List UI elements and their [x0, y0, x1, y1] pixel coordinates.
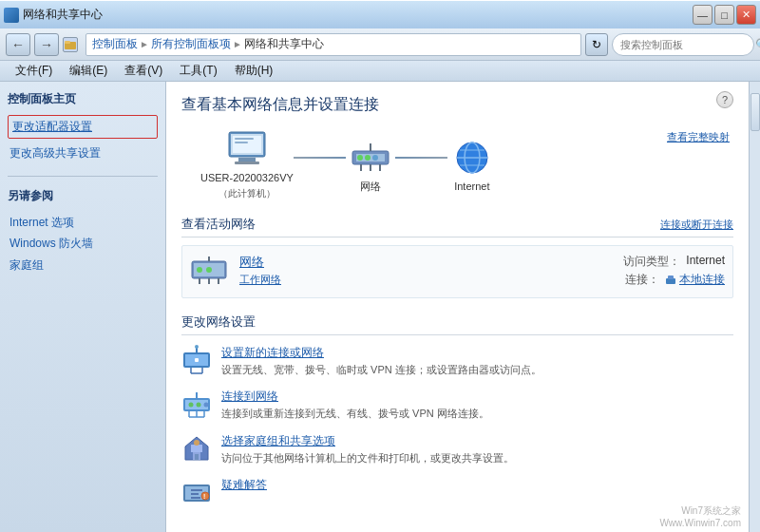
breadcrumb-cp[interactable]: 控制面板 — [92, 36, 138, 52]
window-controls: — □ ✕ — [693, 5, 756, 25]
svg-rect-1 — [65, 41, 70, 44]
search-icon: 🔍 — [755, 38, 760, 51]
change-item-connect: 连接到网络 连接到或重新连接到无线、有线、拨号或 VPN 网络连接。 — [181, 389, 733, 421]
svg-point-26 — [206, 267, 212, 273]
watermark-line1: Win7系统之家 — [659, 504, 741, 518]
minimize-button[interactable]: — — [693, 5, 712, 25]
svg-point-41 — [197, 403, 201, 408]
svg-rect-49 — [191, 445, 202, 452]
active-net-props: 访问类型： Internet 连接： 本地连接 — [623, 254, 725, 290]
sidebar-internet-options[interactable]: Internet 选项 — [8, 212, 158, 234]
sidebar-other-title: 另请参阅 — [8, 188, 158, 204]
svg-rect-5 — [235, 162, 259, 164]
homegroup-icon — [181, 433, 212, 464]
svg-rect-32 — [668, 276, 674, 279]
page-title: 查看基本网络信息并设置连接 — [181, 95, 733, 115]
svg-rect-37 — [195, 358, 199, 362]
change-network-title: 更改网络设置 — [181, 314, 733, 335]
help-button[interactable]: ? — [716, 91, 733, 108]
svg-rect-8 — [235, 142, 248, 143]
connection-icon — [665, 275, 676, 286]
active-net-info: 网络 工作网络 — [239, 254, 612, 287]
setup-text: 设置新的连接或网络 设置无线、宽带、拨号、临时或 VPN 连接；或设置路由器或访… — [221, 345, 733, 377]
internet-icon — [447, 139, 497, 177]
sidebar-title: 控制面板主页 — [8, 91, 158, 107]
network-name-link[interactable]: 网络 — [239, 254, 612, 271]
troubleshoot-text: 疑难解答 — [221, 477, 733, 495]
menu-tools[interactable]: 工具(T) — [172, 61, 224, 81]
address-bar: ← → 控制面板 ► 所有控制面板项 ► 网络和共享中心 ↻ 🔍 — [0, 28, 760, 61]
search-input[interactable] — [620, 39, 751, 50]
active-network-title: 查看活动网络 — [181, 216, 256, 233]
homegroup-desc: 访问位于其他网络计算机上的文件和打印机，或更改共享设置。 — [221, 452, 514, 464]
svg-point-50 — [194, 440, 200, 446]
close-button[interactable]: ✕ — [736, 5, 756, 25]
menu-help[interactable]: 帮助(H) — [227, 61, 281, 81]
sidebar-divider — [8, 176, 158, 177]
sidebar-adapter-link[interactable]: 更改适配器设置 — [8, 115, 158, 139]
sidebar-firewall[interactable]: Windows 防火墙 — [8, 233, 158, 255]
back-button[interactable]: ← — [6, 33, 30, 56]
connect-desc: 连接到或重新连接到无线、有线、拨号或 VPN 网络连接。 — [221, 408, 489, 419]
svg-rect-4 — [238, 158, 256, 162]
net-node-internet: Internet — [447, 139, 497, 192]
sidebar-other-section: 另请参阅 Internet 选项 Windows 防火墙 家庭组 — [8, 188, 158, 276]
breadcrumb-all[interactable]: 所有控制面板项 — [151, 36, 231, 52]
access-type-value: Internet — [686, 254, 725, 270]
forward-button[interactable]: → — [34, 33, 59, 56]
sidebar: 控制面板主页 更改适配器设置 更改高级共享设置 另请参阅 Internet 选项… — [0, 82, 166, 532]
access-type-row: 访问类型： Internet — [623, 254, 725, 270]
connect-text: 连接到网络 连接到或重新连接到无线、有线、拨号或 VPN 网络连接。 — [221, 389, 733, 421]
sidebar-advanced-link[interactable]: 更改高级共享设置 — [8, 142, 158, 164]
menu-view[interactable]: 查看(V) — [117, 61, 170, 81]
connect-link[interactable]: 连接到网络 — [221, 389, 733, 405]
menu-bar: 文件(F) 编辑(E) 查看(V) 工具(T) 帮助(H) — [0, 61, 760, 82]
setup-desc: 设置无线、宽带、拨号、临时或 VPN 连接；或设置路由器或访问点。 — [221, 364, 542, 375]
net-label-computer: USER-20200326VY — [200, 172, 294, 183]
svg-point-42 — [204, 403, 209, 408]
net-sublabel-computer: （此计算机） — [218, 187, 276, 200]
sidebar-homegroup[interactable]: 家庭组 — [8, 255, 158, 276]
svg-point-12 — [365, 155, 370, 161]
setup-icon — [181, 345, 212, 375]
setup-link[interactable]: 设置新的连接或网络 — [221, 345, 733, 361]
connection-value-link[interactable]: 本地连接 — [665, 272, 725, 288]
change-item-troubleshoot: ! 疑难解答 — [181, 477, 733, 507]
network-diagram: USER-20200326VY （此计算机） — [181, 130, 733, 200]
svg-point-13 — [372, 155, 378, 161]
net-node-computer: USER-20200326VY （此计算机） — [200, 130, 294, 200]
disconnect-link[interactable]: 连接或断开连接 — [660, 218, 733, 232]
scrollbar[interactable] — [749, 82, 760, 532]
app-icon — [4, 8, 19, 23]
svg-rect-51 — [195, 454, 199, 460]
change-item-homegroup: 选择家庭组和共享选项 访问位于其他网络计算机上的文件和打印机，或更改共享设置。 — [181, 433, 733, 466]
svg-rect-7 — [235, 138, 254, 140]
net-label-network: 网络 — [360, 180, 381, 194]
maximize-button[interactable]: □ — [714, 5, 734, 25]
breadcrumb-current: 网络和共享中心 — [244, 36, 324, 52]
network-type-link[interactable]: 工作网络 — [239, 274, 281, 285]
connection-row: 连接： 本地连接 — [623, 272, 725, 288]
watermark: Win7系统之家 Www.Winwin7.com — [659, 504, 741, 528]
troubleshoot-link[interactable]: 疑难解答 — [221, 477, 733, 493]
search-bar[interactable]: 🔍 — [612, 33, 754, 56]
connect-icon — [181, 389, 212, 419]
computer-icon — [222, 130, 272, 168]
net-label-internet: Internet — [454, 180, 489, 192]
access-type-label: 访问类型： — [623, 254, 680, 270]
connection-label: 连接： — [625, 272, 659, 288]
svg-point-11 — [357, 155, 363, 161]
title-bar-left: 网络和共享中心 — [4, 7, 103, 23]
menu-edit[interactable]: 编辑(E) — [62, 61, 115, 81]
troubleshoot-icon: ! — [181, 477, 212, 507]
folder-icon — [63, 37, 78, 52]
homegroup-link[interactable]: 选择家庭组和共享选项 — [221, 433, 733, 449]
net-node-network: 网络 — [346, 138, 395, 194]
content-area: ? 查看基本网络信息并设置连接 查看完整映射 — [166, 82, 749, 532]
refresh-button[interactable]: ↻ — [585, 33, 608, 56]
title-text: 网络和共享中心 — [23, 7, 103, 23]
breadcrumb-sep-2: ► — [233, 39, 242, 49]
scrollbar-thumb[interactable] — [750, 93, 760, 131]
view-full-map-link[interactable]: 查看完整映射 — [667, 130, 730, 144]
menu-file[interactable]: 文件(F) — [8, 61, 60, 81]
